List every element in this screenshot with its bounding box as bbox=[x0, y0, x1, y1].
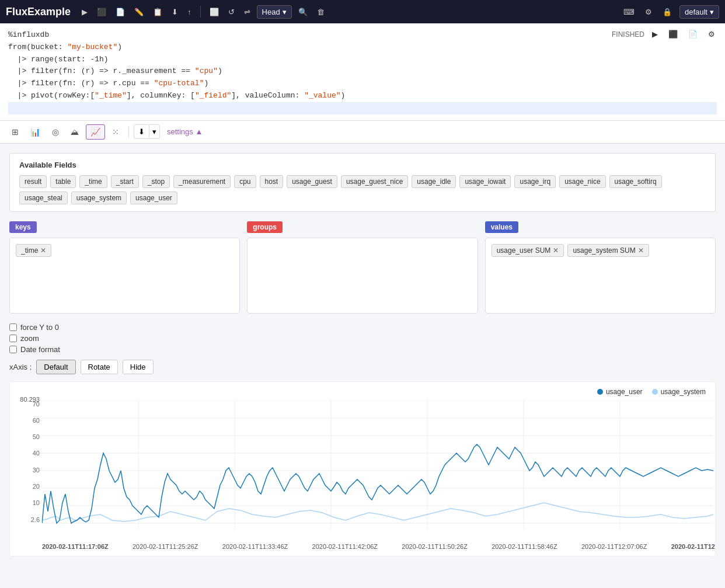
x-label-5: 2020-02-11T11:58:46Z bbox=[492, 543, 557, 550]
usage-user-line bbox=[42, 444, 713, 523]
code-line-2: from(bucket: "my-bucket") bbox=[8, 41, 717, 54]
y-axis: 80.293 70 60 50 40 30 20 10 2.6 bbox=[10, 401, 42, 523]
keys-time-remove[interactable]: ✕ bbox=[40, 246, 46, 255]
values-drop-area[interactable]: usage_user SUM ✕ usage_system SUM ✕ bbox=[485, 238, 716, 314]
field-tag-usage-iowait[interactable]: usage_iowait bbox=[459, 175, 511, 188]
zoom-checkbox[interactable] bbox=[9, 335, 17, 342]
download-button[interactable]: ⬇ bbox=[169, 6, 181, 18]
x-label-1: 2020-02-11T11:25:26Z bbox=[133, 543, 198, 550]
keys-time-label: _time bbox=[21, 246, 38, 255]
code-line-4: |> filter(fn: (r) => r._measurement == "… bbox=[8, 65, 717, 78]
download-arrow-button[interactable]: ▾ bbox=[149, 124, 160, 139]
field-tag-usage-steal[interactable]: usage_steal bbox=[19, 192, 68, 204]
keys-drop-area[interactable]: _time ✕ bbox=[9, 238, 240, 314]
scatter-view-button[interactable]: ⁙ bbox=[107, 124, 124, 140]
default-dropdown[interactable]: default ▾ bbox=[679, 5, 719, 19]
settings-icon-button[interactable]: ⚙ bbox=[642, 6, 655, 18]
bar-view-button[interactable]: 📊 bbox=[26, 124, 45, 140]
xaxis-hide-button[interactable]: Hide bbox=[123, 360, 154, 374]
editor-gear-button[interactable]: ⚙ bbox=[705, 28, 718, 40]
values-usage-system-tag: usage_system SUM ✕ bbox=[567, 244, 649, 257]
settings-link[interactable]: settings ▲ bbox=[167, 127, 203, 136]
editor-top-right: FINISHED ▶ ⬛ 📄 ⚙ bbox=[612, 28, 718, 40]
field-tag-cpu[interactable]: cpu bbox=[234, 175, 256, 188]
field-tag-table[interactable]: table bbox=[50, 175, 76, 188]
trash-button[interactable]: 🗑 bbox=[314, 6, 327, 18]
field-tag-usage-system[interactable]: usage_system bbox=[71, 192, 127, 204]
options-button[interactable]: ⇌ bbox=[241, 6, 253, 18]
y-max-label: 80.293 bbox=[20, 396, 40, 403]
values-usage-system-remove[interactable]: ✕ bbox=[638, 246, 644, 255]
script-button[interactable]: 📄 bbox=[113, 6, 128, 18]
x-label-0: 2020-02-11T11:17:06Z bbox=[42, 543, 109, 550]
legend-usage-user-dot bbox=[597, 389, 603, 395]
default-label: default bbox=[685, 8, 707, 16]
y-label-10: 10 bbox=[33, 499, 40, 506]
legend-usage-system-label: usage_system bbox=[661, 388, 706, 396]
xaxis-default-button[interactable]: Default bbox=[36, 360, 75, 374]
groups-section: groups bbox=[247, 221, 477, 314]
values-usage-user-label: usage_user SUM bbox=[497, 246, 551, 255]
field-tag-usage-guest-nice[interactable]: usage_guest_nice bbox=[341, 175, 408, 188]
kgv-row: keys _time ✕ groups values usage_user SU… bbox=[9, 221, 716, 314]
editor-script-button[interactable]: 📄 bbox=[685, 28, 700, 40]
code-line-3: |> range(start: -1h) bbox=[8, 54, 717, 66]
x-label-6: 2020-02-11T12:07:06Z bbox=[581, 543, 647, 550]
field-tag-time[interactable]: _time bbox=[79, 175, 107, 188]
table-view-button[interactable]: ⊞ bbox=[7, 124, 23, 140]
pie-view-button[interactable]: ◎ bbox=[47, 124, 64, 140]
force-y-checkbox[interactable] bbox=[9, 323, 17, 331]
field-tag-usage-irq[interactable]: usage_irq bbox=[514, 175, 556, 188]
stop-button[interactable]: ⬛ bbox=[94, 6, 109, 18]
code-line-5: |> filter(fn: (r) => r.cpu == "cpu-total… bbox=[8, 78, 717, 90]
values-usage-system-label: usage_system SUM bbox=[573, 246, 635, 255]
upload-button[interactable]: ↑ bbox=[184, 6, 194, 18]
code-line-1: %influxdb bbox=[8, 29, 717, 41]
legend-usage-system-dot bbox=[652, 389, 658, 395]
keyboard-button[interactable]: ⌨ bbox=[621, 6, 637, 18]
zoom-row: zoom bbox=[9, 334, 716, 343]
copy-button[interactable]: 📋 bbox=[150, 6, 165, 18]
field-tag-usage-guest[interactable]: usage_guest bbox=[287, 175, 337, 188]
chart-legend: usage_user usage_system bbox=[10, 388, 715, 401]
default-chevron-icon: ▾ bbox=[710, 8, 714, 16]
keys-section: keys _time ✕ bbox=[9, 221, 240, 314]
y-label-50: 50 bbox=[33, 433, 40, 440]
area-view-button[interactable]: ⛰ bbox=[66, 124, 83, 140]
field-tag-stop[interactable]: _stop bbox=[142, 175, 170, 188]
xaxis-rotate-button[interactable]: Rotate bbox=[81, 360, 118, 374]
field-tag-host[interactable]: host bbox=[260, 175, 284, 188]
view-separator bbox=[128, 126, 129, 138]
values-usage-user-remove[interactable]: ✕ bbox=[553, 246, 559, 255]
field-tag-usage-softirq[interactable]: usage_softirq bbox=[609, 175, 662, 188]
format-button[interactable]: ⬜ bbox=[207, 6, 222, 18]
code-line-6: |> pivot(rowKey:["_time"], columnKey: ["… bbox=[8, 90, 717, 102]
download-group: ⬇ ▾ bbox=[134, 124, 160, 139]
head-chevron-icon: ▾ bbox=[283, 8, 287, 16]
refresh-button[interactable]: ↺ bbox=[225, 6, 238, 18]
field-tag-usage-idle[interactable]: usage_idle bbox=[412, 175, 456, 188]
xaxis-row: xAxis : Default Rotate Hide bbox=[9, 360, 716, 374]
edit-button[interactable]: ✏️ bbox=[131, 6, 147, 18]
field-tag-usage-user[interactable]: usage_user bbox=[130, 192, 177, 204]
zoom-label: zoom bbox=[20, 334, 39, 343]
legend-usage-user: usage_user bbox=[597, 388, 643, 396]
groups-drop-area[interactable] bbox=[247, 238, 477, 314]
date-format-checkbox[interactable] bbox=[9, 346, 17, 353]
x-label-2: 2020-02-11T11:33:46Z bbox=[222, 543, 288, 550]
field-tag-start[interactable]: _start bbox=[111, 175, 139, 188]
search-button[interactable]: 🔍 bbox=[295, 6, 311, 18]
download-data-button[interactable]: ⬇ bbox=[134, 124, 149, 139]
field-tag-usage-nice[interactable]: usage_nice bbox=[559, 175, 605, 188]
keys-label: keys bbox=[9, 221, 37, 233]
chart-svg bbox=[42, 401, 713, 541]
lock-button[interactable]: 🔒 bbox=[660, 6, 675, 18]
field-tag-result[interactable]: result bbox=[19, 175, 47, 188]
field-tag-measurement[interactable]: _measurement bbox=[173, 175, 231, 188]
line-view-button[interactable]: 📈 bbox=[86, 124, 105, 140]
groups-label: groups bbox=[247, 221, 283, 233]
editor-stop-button[interactable]: ⬛ bbox=[665, 28, 681, 40]
head-dropdown[interactable]: Head ▾ bbox=[257, 5, 292, 19]
editor-run-button[interactable]: ▶ bbox=[649, 28, 661, 40]
run-button[interactable]: ▶ bbox=[79, 6, 90, 18]
